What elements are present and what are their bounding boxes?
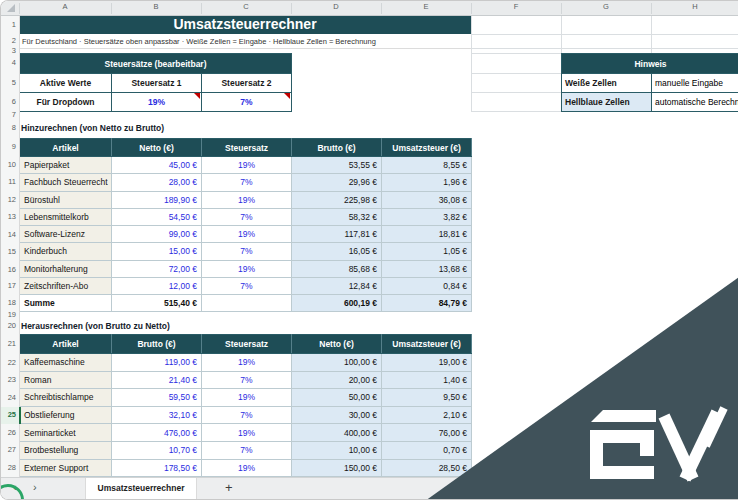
cell-netto[interactable]: 50,00 € [292, 389, 382, 407]
cell-artikel[interactable]: Brotbestellung [20, 441, 112, 459]
col-header-umsatzsteuer[interactable]: Umsatzsteuer (€) [382, 335, 472, 354]
row-header-6[interactable]: 6 [2, 97, 16, 106]
cell-netto[interactable]: 72,00 € [112, 260, 202, 277]
row-header-26[interactable]: 26 [2, 428, 16, 437]
tax-col-header-steuersatz1[interactable]: Steuersatz 1 [112, 74, 202, 93]
cell-umsatzsteuer[interactable]: 18,81 € [382, 226, 472, 243]
cell-umsatzsteuer[interactable]: 8,55 € [382, 157, 472, 174]
column-header-B[interactable]: B [144, 2, 168, 11]
tax-rates-header-cell[interactable]: Steuersätze (bearbeitbar) [20, 54, 292, 74]
column-header-G[interactable]: G [594, 2, 618, 11]
cell-umsatzsteuer[interactable]: 1,40 € [382, 371, 472, 389]
col-header-netto[interactable]: Netto (€) [112, 139, 202, 157]
cell-steuersatz[interactable]: 19% [202, 191, 292, 208]
cell-netto[interactable]: 99,00 € [112, 226, 202, 243]
cell-netto[interactable]: 54,50 € [112, 208, 202, 225]
cell-netto[interactable]: 150,00 € [292, 459, 382, 477]
row-header-7[interactable]: 7 [2, 110, 16, 119]
row-header-22[interactable]: 22 [2, 358, 16, 367]
subtitle-cell[interactable]: Für Deutschland · Steuersätze oben anpas… [22, 37, 376, 46]
cell-artikel[interactable]: Zeitschriften-Abo [20, 277, 112, 294]
cell-netto[interactable]: 400,00 € [292, 424, 382, 442]
row-header-20[interactable]: 20 [2, 321, 16, 330]
cell-steuersatz[interactable]: 19% [202, 157, 292, 174]
cell-netto[interactable]: 28,00 € [112, 174, 202, 191]
tax-col-header-steuersatz2[interactable]: Steuersatz 2 [202, 74, 292, 93]
column-header-E[interactable]: E [414, 2, 438, 11]
row-header-5[interactable]: 5 [2, 78, 16, 87]
cell-steuersatz[interactable]: 19% [202, 389, 292, 407]
hinweis-blue-cells-value[interactable]: automatische Berechnung [652, 93, 738, 112]
tax-dropdown-label-cell[interactable]: Für Dropdown [20, 93, 112, 112]
row-header-12[interactable]: 12 [2, 195, 16, 204]
row-header-13[interactable]: 13 [2, 212, 16, 221]
col-header-brutto[interactable]: Brutto (€) [292, 139, 382, 157]
cell-steuersatz[interactable]: 7% [202, 277, 292, 294]
cell-brutto[interactable]: 117,81 € [292, 226, 382, 243]
row-header-23[interactable]: 23 [2, 375, 16, 384]
sheet-tab-active[interactable]: Umsatzsteuerrechner [85, 478, 197, 500]
cell-netto[interactable]: 189,90 € [112, 191, 202, 208]
cell-brutto[interactable]: 29,96 € [292, 174, 382, 191]
hinweis-white-cells-label[interactable]: Weiße Zellen [562, 74, 652, 93]
cell-brutto[interactable]: 225,98 € [292, 191, 382, 208]
cell-umsatzsteuer[interactable]: 3,82 € [382, 208, 472, 225]
cell-netto[interactable]: 10,00 € [292, 441, 382, 459]
row-header-11[interactable]: 11 [2, 177, 16, 186]
row-header-21[interactable]: 21 [2, 339, 16, 348]
row-header-24[interactable]: 24 [2, 393, 16, 402]
cell-brutto[interactable]: 178,50 € [112, 459, 202, 477]
col-header-brutto[interactable]: Brutto (€) [112, 335, 202, 354]
cell-umsatzsteuer[interactable]: 13,68 € [382, 260, 472, 277]
cell-brutto[interactable]: 58,32 € [292, 208, 382, 225]
cell-brutto[interactable]: 476,00 € [112, 424, 202, 442]
cell-steuersatz[interactable]: 7% [202, 406, 292, 424]
sum-value-cell[interactable] [202, 295, 292, 312]
cell-brutto[interactable]: 59,50 € [112, 389, 202, 407]
row-header-16[interactable]: 16 [2, 265, 16, 274]
cell-umsatzsteuer[interactable]: 0,84 € [382, 277, 472, 294]
cell-steuersatz[interactable]: 19% [202, 424, 292, 442]
column-header-H[interactable]: H [683, 2, 707, 11]
column-header-A[interactable]: A [53, 2, 77, 11]
row-header-1[interactable]: 1 [2, 20, 16, 29]
cell-steuersatz[interactable]: 7% [202, 243, 292, 260]
hinweis-blue-cells-label[interactable]: Hellblaue Zellen [562, 93, 652, 112]
cell-umsatzsteuer[interactable]: 76,00 € [382, 424, 472, 442]
tax-col-header-aktive-werte[interactable]: Aktive Werte [20, 74, 112, 93]
sum-value-cell[interactable]: 515,40 € [112, 295, 202, 312]
cell-netto[interactable]: 45,00 € [112, 157, 202, 174]
cell-umsatzsteuer[interactable]: 2,10 € [382, 406, 472, 424]
column-header-F[interactable]: F [504, 2, 528, 11]
tax-rate2-cell[interactable]: 7% [202, 93, 292, 112]
cell-brutto[interactable]: 12,84 € [292, 277, 382, 294]
row-header-2[interactable]: 2 [2, 36, 16, 45]
cell-brutto[interactable]: 10,70 € [112, 441, 202, 459]
cell-umsatzsteuer[interactable]: 0,70 € [382, 441, 472, 459]
row-header-4[interactable]: 4 [2, 58, 16, 67]
row-header-28[interactable]: 28 [2, 463, 16, 472]
row-header-8[interactable]: 8 [2, 123, 16, 132]
cell-steuersatz[interactable]: 7% [202, 174, 292, 191]
cell-umsatzsteuer[interactable]: 28,50 € [382, 459, 472, 477]
column-header-C[interactable]: C [234, 2, 258, 11]
add-sheet-button[interactable]: + [225, 480, 233, 495]
select-all-button[interactable] [1, 1, 19, 15]
cell-steuersatz[interactable]: 7% [202, 441, 292, 459]
row-header-14[interactable]: 14 [2, 230, 16, 239]
cell-brutto[interactable]: 85,68 € [292, 260, 382, 277]
col-header-steuersatz[interactable]: Steuersatz [202, 139, 292, 157]
row-header-15[interactable]: 15 [2, 247, 16, 256]
row-header-19[interactable]: 19 [2, 310, 16, 319]
cell-steuersatz[interactable]: 19% [202, 260, 292, 277]
hinweis-header-cell[interactable]: Hinweis [562, 54, 738, 74]
col-header-artikel[interactable]: Artikel [20, 335, 112, 354]
cell-artikel[interactable]: Schreibtischlampe [20, 389, 112, 407]
col-header-umsatzsteuer[interactable]: Umsatzsteuer (€) [382, 139, 472, 157]
cell-artikel[interactable]: Kinderbuch [20, 243, 112, 260]
cell-brutto[interactable]: 119,00 € [112, 354, 202, 372]
row-header-25[interactable]: 25 [2, 410, 16, 419]
cell-brutto[interactable]: 53,55 € [292, 157, 382, 174]
cell-artikel[interactable]: Externer Support [20, 459, 112, 477]
cell-artikel[interactable]: Monitorhalterung [20, 260, 112, 277]
